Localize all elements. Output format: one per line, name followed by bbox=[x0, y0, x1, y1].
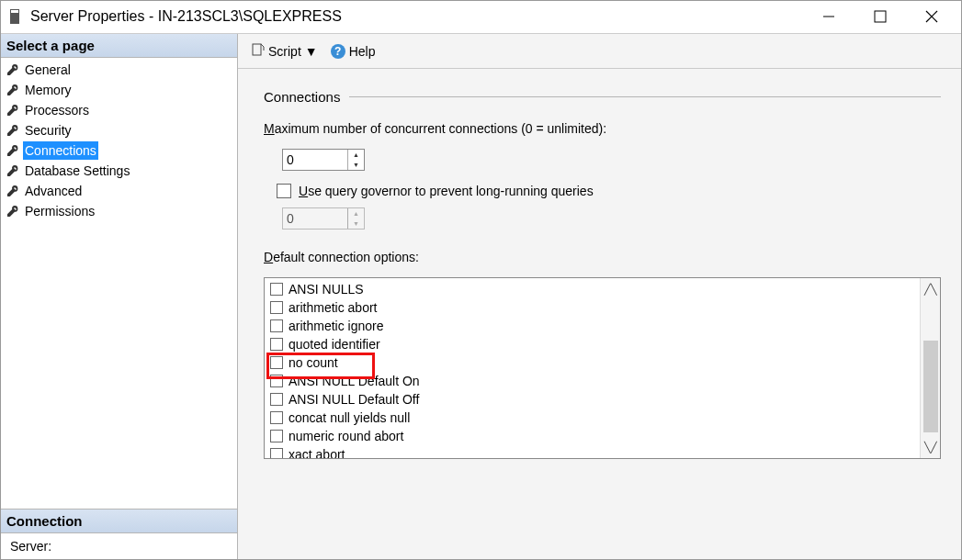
option-checkbox[interactable] bbox=[270, 411, 283, 424]
connection-section: Server: bbox=[1, 533, 237, 559]
window-controls bbox=[803, 2, 957, 31]
wrench-icon bbox=[6, 104, 19, 117]
option-label: ANSI NULLS bbox=[289, 282, 364, 297]
option-row-arithmetic-abort[interactable]: arithmetic abort bbox=[270, 298, 920, 317]
sidebar-item-label: Security bbox=[23, 121, 74, 140]
option-row-arithmetic-ignore[interactable]: arithmetic ignore bbox=[270, 317, 920, 335]
option-label: arithmetic ignore bbox=[289, 319, 384, 333]
help-icon: ? bbox=[331, 44, 345, 59]
spinner-down-icon[interactable]: ▼ bbox=[348, 160, 364, 170]
default-options-listbox[interactable]: ANSI NULLSarithmetic abortarithmetic ign… bbox=[264, 277, 941, 459]
query-governor-row: Use query governor to prevent long-runni… bbox=[277, 184, 941, 198]
option-label: quoted identifier bbox=[289, 337, 380, 352]
sidebar-item-advanced[interactable]: Advanced bbox=[1, 181, 237, 201]
server-properties-window: Server Properties - IN-213SCL3\SQLEXPRES… bbox=[0, 0, 962, 560]
sidebar-item-general[interactable]: General bbox=[1, 60, 237, 80]
svg-rect-3 bbox=[875, 11, 886, 22]
titlebar: Server Properties - IN-213SCL3\SQLEXPRES… bbox=[1, 1, 961, 34]
wrench-icon bbox=[6, 185, 19, 197]
option-label: ANSI NULL Default Off bbox=[289, 392, 419, 407]
scroll-down-icon[interactable]: ╲╱ bbox=[921, 436, 940, 458]
main-panel: Script ▼ ? Help Connections Maximum numb… bbox=[238, 34, 961, 559]
max-connections-input[interactable] bbox=[283, 150, 347, 170]
default-options-row: Default connection options: bbox=[264, 250, 941, 264]
sidebar-item-database-settings[interactable]: Database Settings bbox=[1, 161, 237, 181]
spinner-down-icon: ▼ bbox=[348, 218, 364, 229]
svg-rect-1 bbox=[11, 10, 18, 13]
page-list: GeneralMemoryProcessorsSecurityConnectio… bbox=[1, 58, 237, 223]
sidebar-item-memory[interactable]: Memory bbox=[1, 80, 237, 100]
minimize-button[interactable] bbox=[803, 2, 854, 31]
script-icon bbox=[252, 43, 265, 59]
default-options-label: Default connection options: bbox=[264, 250, 419, 264]
query-governor-checkbox[interactable] bbox=[277, 184, 291, 198]
options-list: ANSI NULLSarithmetic abortarithmetic ign… bbox=[265, 278, 920, 458]
spinner-up-icon: ▲ bbox=[348, 208, 364, 218]
option-row-concat-null-yields-null[interactable]: concat null yields null bbox=[270, 409, 920, 427]
wrench-icon bbox=[6, 63, 19, 76]
option-row-ansi-null-default-on[interactable]: ANSI NULL Default On bbox=[270, 372, 920, 390]
window-body: Select a page GeneralMemoryProcessorsSec… bbox=[1, 34, 961, 559]
server-label: Server: bbox=[10, 539, 51, 554]
sidebar-item-label: Memory bbox=[23, 81, 74, 99]
close-button[interactable] bbox=[906, 2, 957, 31]
max-connections-label: Maximum number of concurrent connections… bbox=[264, 121, 606, 136]
options-scrollbar[interactable]: ╱╲ ╲╱ bbox=[920, 278, 940, 458]
option-row-xact-abort[interactable]: xact abort bbox=[270, 445, 920, 458]
sidebar-item-label: Database Settings bbox=[23, 162, 131, 180]
sidebar-item-label: Advanced bbox=[23, 182, 84, 200]
max-connections-spinner[interactable]: ▲ ▼ bbox=[282, 149, 365, 171]
max-connections-row: Maximum number of concurrent connections… bbox=[264, 121, 941, 136]
option-checkbox[interactable] bbox=[270, 338, 283, 351]
sidebar-item-connections[interactable]: Connections bbox=[1, 140, 237, 161]
governor-value-input bbox=[283, 208, 347, 229]
wrench-icon bbox=[6, 144, 19, 157]
option-row-ansi-null-default-off[interactable]: ANSI NULL Default Off bbox=[270, 390, 920, 409]
sidebar: Select a page GeneralMemoryProcessorsSec… bbox=[1, 34, 238, 559]
option-row-no-count[interactable]: no count bbox=[270, 353, 920, 372]
select-page-header: Select a page bbox=[1, 34, 237, 58]
option-row-ansi-nulls[interactable]: ANSI NULLS bbox=[270, 280, 920, 298]
option-label: no count bbox=[289, 355, 338, 370]
sidebar-item-label: Connections bbox=[23, 141, 98, 160]
window-title: Server Properties - IN-213SCL3\SQLEXPRES… bbox=[30, 8, 803, 25]
sidebar-item-label: Processors bbox=[23, 101, 91, 119]
sidebar-item-security[interactable]: Security bbox=[1, 120, 237, 140]
option-label: xact abort bbox=[289, 447, 345, 458]
connection-header: Connection bbox=[1, 509, 237, 533]
script-button[interactable]: Script ▼ bbox=[249, 40, 321, 62]
option-row-quoted-identifier[interactable]: quoted identifier bbox=[270, 335, 920, 353]
option-checkbox[interactable] bbox=[270, 283, 283, 296]
scroll-up-icon[interactable]: ╱╲ bbox=[921, 278, 940, 300]
option-label: numeric round abort bbox=[289, 429, 403, 443]
option-checkbox[interactable] bbox=[270, 356, 283, 369]
option-checkbox[interactable] bbox=[270, 319, 283, 332]
spinner-up-icon[interactable]: ▲ bbox=[348, 150, 364, 160]
option-checkbox[interactable] bbox=[270, 430, 283, 442]
sidebar-item-label: Permissions bbox=[23, 202, 96, 220]
option-checkbox[interactable] bbox=[270, 448, 283, 458]
wrench-icon bbox=[6, 164, 19, 177]
option-label: ANSI NULL Default On bbox=[289, 374, 420, 388]
connections-section-header: Connections bbox=[264, 89, 941, 105]
option-checkbox[interactable] bbox=[270, 393, 283, 406]
wrench-icon bbox=[6, 124, 19, 137]
query-governor-label: Use query governor to prevent long-runni… bbox=[299, 184, 594, 198]
maximize-button[interactable] bbox=[854, 2, 906, 31]
governor-value-spinner: ▲ ▼ bbox=[282, 207, 365, 230]
sidebar-item-permissions[interactable]: Permissions bbox=[1, 201, 237, 221]
option-label: concat null yields null bbox=[289, 410, 410, 425]
content-area: Connections Maximum number of concurrent… bbox=[238, 69, 961, 559]
option-row-numeric-round-abort[interactable]: numeric round abort bbox=[270, 427, 920, 445]
option-label: arithmetic abort bbox=[289, 300, 377, 315]
help-button[interactable]: ? Help bbox=[328, 41, 379, 62]
app-icon bbox=[8, 9, 21, 24]
toolbar: Script ▼ ? Help bbox=[238, 34, 961, 69]
wrench-icon bbox=[6, 84, 19, 96]
wrench-icon bbox=[6, 205, 19, 218]
svg-rect-6 bbox=[253, 44, 261, 55]
option-checkbox[interactable] bbox=[270, 375, 283, 387]
option-checkbox[interactable] bbox=[270, 301, 283, 314]
scroll-thumb[interactable] bbox=[923, 341, 938, 432]
sidebar-item-processors[interactable]: Processors bbox=[1, 100, 237, 120]
